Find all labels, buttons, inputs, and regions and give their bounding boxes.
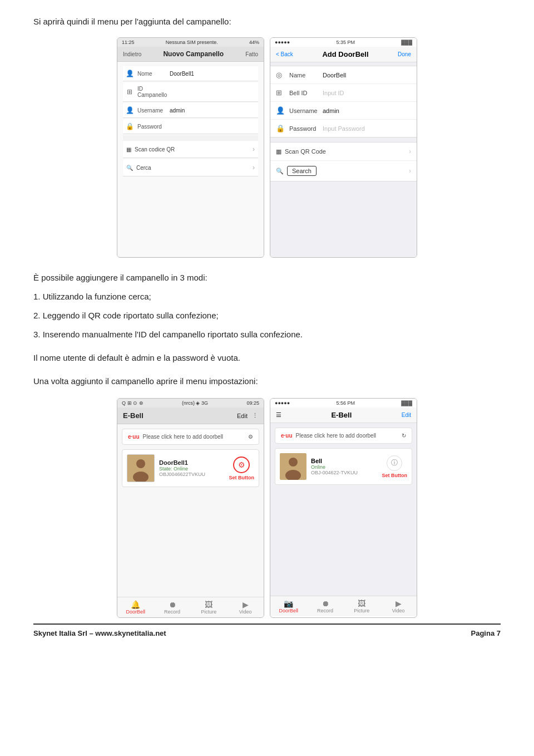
right-ebell-tab-picture[interactable]: 🖼 Picture — [344, 596, 380, 616]
left-ebell-device-row: DoorBell1 State: Online OBJ0046622TVKUU … — [122, 449, 259, 487]
left-ebell-set-icon: ⚙ — [233, 456, 250, 473]
ios-username-label: Username — [289, 107, 323, 114]
section-gap — [123, 135, 258, 141]
left-ebell-tab-picture[interactable]: 🖼 Picture — [191, 597, 228, 617]
left-ebell-tab-record[interactable]: ⏺ Record — [154, 597, 191, 617]
left-ebell-tab-doorbell[interactable]: 🔔 DoorBell — [117, 597, 154, 617]
ios-password-icon: 🔒 — [276, 124, 286, 132]
right-ebell-add-banner[interactable]: e·uu Please click here to add doorbell ↻ — [275, 428, 412, 444]
left-phone-navbar: Indietro Nuovo Campanello Fatto — [117, 47, 264, 62]
body-para-0: È possibile aggiungere il campanello in … — [33, 271, 501, 284]
menu-cerca[interactable]: 🔍 Cerca › — [123, 159, 258, 176]
body-once-added: Una volta aggiunto il campanello aprire … — [33, 375, 501, 388]
doorbell-tab-icon: 🔔 — [118, 600, 153, 609]
password-label: Password — [137, 124, 170, 130]
right-statusbar-time: 5:35 PM — [336, 40, 355, 45]
left-phone-mockup: 11:25 Nessuna SIM presente. 44% Indietro… — [117, 37, 264, 258]
right-back-button[interactable]: < Back — [276, 51, 293, 57]
ios-row-username: 👤 Username admin — [270, 102, 417, 120]
right-ebell-edit[interactable]: Edit — [402, 412, 411, 418]
left-back-button[interactable]: Indietro — [123, 51, 141, 57]
svg-point-1 — [136, 459, 145, 468]
ios-row-password: 🔒 Password Input Password — [270, 120, 417, 137]
left-ebell-device-name: DoorBell1 — [159, 459, 225, 466]
body-para-2: 2. Leggendo il QR code riportato sulla c… — [33, 309, 501, 322]
menu-scan-qr[interactable]: ▦ Scan codice QR › — [123, 141, 258, 158]
left-ebell-add-text: Please click here to add doorbell — [143, 434, 248, 440]
left-statusbar-time: 11:25 — [122, 40, 135, 45]
ios-search-magnifier-icon: 🔍 — [276, 168, 284, 175]
footer-page-number: Pagina 7 — [471, 629, 501, 637]
left-ebell-tabbar: 🔔 DoorBell ⏺ Record 🖼 Picture ▶ Video — [117, 597, 264, 617]
picture-tab-label: Picture — [201, 609, 216, 615]
ios-scan-qr-icon: ▦ — [276, 148, 281, 155]
left-ebell-statusbar-icons: Q ⊞ ⊙ ⊛ — [122, 400, 144, 406]
right-ebell-set-button[interactable]: ⓘ Set Button — [382, 455, 408, 478]
ios-password-label: Password — [289, 125, 323, 132]
left-ebell-add-icon: ⚙ — [248, 434, 253, 440]
right-done-button[interactable]: Done — [398, 51, 411, 57]
left-navbar-action[interactable]: Fatto — [245, 51, 258, 57]
left-statusbar-sim: Nessuna SIM presente. — [166, 40, 218, 45]
left-ebell-menu-icon[interactable]: ⋮ — [252, 412, 258, 419]
left-ebell-set-label: Set Button — [229, 475, 255, 480]
body-default-creds: Il nome utente di default è admin e la p… — [33, 351, 501, 365]
right-ios-body: ◎ Name DoorBell ⊞ Bell ID Input ID 👤 Use… — [270, 62, 417, 257]
record-tab-icon: ⏺ — [155, 600, 190, 609]
left-ebell-edit[interactable]: Edit — [237, 413, 248, 419]
right-ebell-menu-icon[interactable]: ☰ — [276, 411, 281, 419]
right-ebell-add-icon: ↻ — [402, 433, 406, 439]
id-label: ID Campanello — [137, 86, 170, 98]
left-ebell-phone: Q ⊞ ⊙ ⊛ (nrcs) ◈ 3G 09:25 E-Bell Edit ⋮ … — [117, 398, 264, 618]
ios-picture-tab-icon: 🖼 — [345, 599, 379, 608]
nome-value[interactable]: DoorBell1 — [170, 71, 257, 77]
body-para-1: 1. Utilizzando la funzione cerca; — [33, 290, 501, 303]
left-ebell-device-img — [127, 454, 155, 482]
left-ebell-add-banner[interactable]: e·uu Please click here to add doorbell ⚙ — [122, 429, 259, 445]
left-ebell-body: e·uu Please click here to add doorbell ⚙ — [117, 424, 264, 597]
ios-bellid-label: Bell ID — [289, 90, 323, 96]
username-value[interactable]: admin — [170, 107, 257, 114]
left-ebell-device-status: State: Online — [159, 466, 225, 472]
video-tab-icon: ▶ — [228, 600, 263, 609]
right-ebell-title: E-Bell — [331, 411, 352, 419]
right-ebell-tab-video[interactable]: ▶ Video — [380, 596, 417, 616]
ios-video-tab-label: Video — [392, 608, 405, 613]
ios-scan-qr-arrow: › — [409, 148, 411, 155]
password-icon: 🔒 — [124, 122, 135, 130]
right-statusbar: ●●●●● 5:35 PM ▓▓▓ — [270, 38, 417, 47]
ios-username-value[interactable]: admin — [323, 107, 411, 114]
body-para-5: Una volta aggiunto il campanello aprire … — [33, 375, 501, 388]
right-phone-mockup: ●●●●● 5:35 PM ▓▓▓ < Back Add DoorBell Do… — [270, 37, 417, 258]
username-icon: 👤 — [124, 106, 135, 114]
form-row-id: ⊞ ID Campanello — [123, 82, 258, 102]
right-navbar-title: Add DoorBell — [322, 50, 368, 58]
ios-menu-search[interactable]: 🔍 Search › — [270, 161, 417, 181]
search-button[interactable]: Search — [287, 166, 317, 176]
ios-name-value[interactable]: DoorBell — [323, 72, 411, 78]
right-ebell-tab-doorbell[interactable]: 📷 DoorBell — [270, 596, 307, 616]
form-row-password: 🔒 Password — [123, 119, 258, 134]
right-ebell-tab-record[interactable]: ⏺ Record — [307, 596, 344, 616]
right-ebell-set-icon: ⓘ — [387, 455, 402, 471]
right-ios-navbar: < Back Add DoorBell Done — [270, 47, 417, 62]
ios-video-tab-icon: ▶ — [381, 599, 416, 608]
cerca-label: Cerca — [136, 165, 151, 171]
right-ebell-device-row: Bell Online OBJ-004622-TVKUU ⓘ Set Butto… — [275, 448, 412, 485]
right-ebell-device-name: Bell — [311, 458, 378, 464]
left-ebell-set-button[interactable]: ⚙ Set Button — [229, 456, 255, 480]
scan-qr-arrow: › — [253, 145, 255, 153]
ios-name-icon: ◎ — [276, 71, 286, 79]
ios-password-placeholder[interactable]: Input Password — [323, 125, 411, 132]
right-ebell-tabbar: 📷 DoorBell ⏺ Record 🖼 Picture ▶ Video — [270, 596, 417, 616]
left-ebell-tab-video[interactable]: ▶ Video — [227, 597, 264, 617]
ios-bellid-placeholder[interactable]: Input ID — [323, 90, 411, 96]
right-ebell-device-info: Bell Online OBJ-004622-TVKUU — [311, 458, 378, 475]
left-ebell-statusbar: Q ⊞ ⊙ ⊛ (nrcs) ◈ 3G 09:25 — [117, 399, 264, 408]
ios-menu-scan-qr[interactable]: ▦ Scan QR Code › — [270, 143, 417, 161]
intro-text: Si aprirà quindi il menu per l'aggiunta … — [33, 17, 501, 26]
body-para-4: Il nome utente di default è admin e la p… — [33, 351, 501, 365]
right-ebell-phone: ●●●●● 5:56 PM ▓▓▓ ☰ E-Bell Edit e·uu Ple… — [270, 398, 417, 618]
left-ebell-device-id: OBJ0046622TVKUU — [159, 472, 225, 477]
body-text-block: È possibile aggiungere il campanello in … — [33, 271, 501, 341]
